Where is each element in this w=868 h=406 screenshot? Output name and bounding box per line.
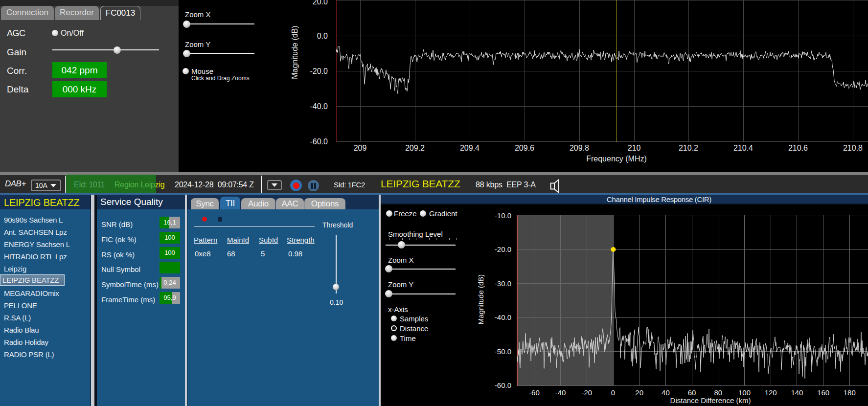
- svg-text:210.8: 210.8: [843, 144, 863, 152]
- svg-text:209: 209: [354, 144, 367, 152]
- svg-text:Frequency (MHz): Frequency (MHz): [586, 155, 647, 163]
- svg-text:-20.0: -20.0: [495, 245, 511, 253]
- svg-text:-20: -20: [581, 388, 592, 397]
- svg-text:209.2: 209.2: [405, 144, 425, 152]
- svg-text:-40: -40: [555, 388, 566, 397]
- svg-text:210.4: 210.4: [733, 144, 753, 152]
- svg-text:210: 210: [628, 144, 641, 152]
- svg-text:40: 40: [662, 388, 670, 397]
- svg-text:210.2: 210.2: [679, 144, 698, 152]
- svg-text:209.8: 209.8: [570, 144, 589, 152]
- svg-text:100: 100: [738, 388, 751, 397]
- svg-text:210.6: 210.6: [788, 144, 808, 152]
- svg-text:209.4: 209.4: [460, 144, 480, 152]
- svg-text:-10.0: -10.0: [495, 211, 511, 220]
- svg-text:Distance Difference (km): Distance Difference (km): [670, 396, 751, 405]
- svg-text:80: 80: [714, 388, 722, 397]
- svg-text:60: 60: [688, 388, 696, 397]
- svg-text:0: 0: [611, 388, 615, 397]
- svg-text:140: 140: [791, 388, 803, 397]
- svg-text:120: 120: [765, 388, 777, 397]
- svg-text:160: 160: [817, 388, 829, 397]
- svg-text:209.6: 209.6: [515, 144, 534, 152]
- svg-text:-30.0: -30.0: [495, 279, 511, 288]
- svg-text:-40.0: -40.0: [495, 313, 511, 321]
- svg-text:Magnitude (dB): Magnitude (dB): [477, 274, 485, 325]
- svg-text:-50.0: -50.0: [495, 347, 511, 356]
- svg-text:-60.0: -60.0: [495, 381, 511, 389]
- svg-text:180: 180: [844, 388, 856, 397]
- svg-text:20: 20: [635, 388, 643, 397]
- svg-text:-60: -60: [529, 388, 540, 397]
